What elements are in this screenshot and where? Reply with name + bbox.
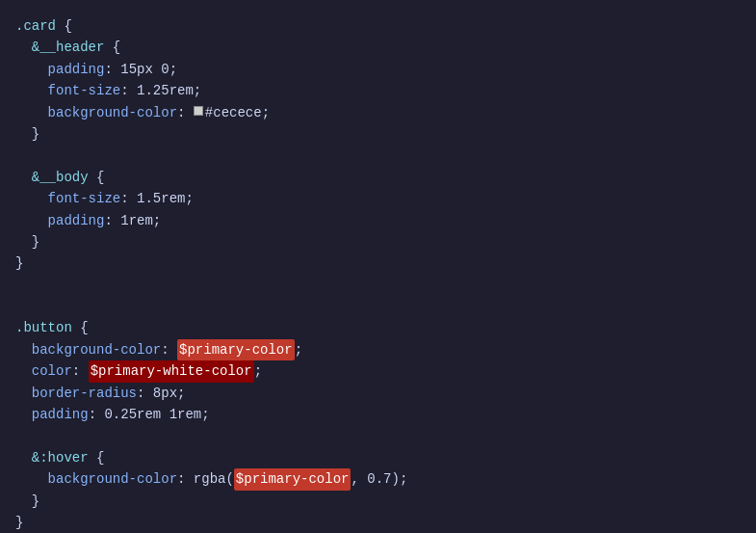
color-swatch-cecece: [194, 106, 203, 116]
code-line-24: }: [0, 512, 756, 533]
code-line-12: }: [0, 253, 756, 274]
code-line-3: padding: 15px 0;: [0, 59, 756, 80]
code-line-17: color: $primary-white-color;: [0, 360, 756, 382]
code-line-1: .card {: [0, 15, 756, 37]
code-editor: .card { &__header { padding: 15px 0; fon…: [0, 0, 756, 533]
code-line-14: [0, 296, 756, 317]
code-line-19: padding: 0.25rem 1rem;: [0, 404, 756, 425]
code-line-10: padding: 1rem;: [0, 210, 756, 231]
code-line-5: background-color: #cecece;: [0, 102, 756, 123]
code-line-9: font-size: 1.5rem;: [0, 188, 756, 209]
variable-primary-white-color: $primary-white-color: [89, 360, 254, 382]
code-line-7: [0, 145, 756, 166]
code-line-8: &__body {: [0, 167, 756, 188]
code-line-20: [0, 425, 756, 446]
code-line-13: [0, 275, 756, 296]
code-line-15: .button {: [0, 317, 756, 338]
selector-button: .button: [15, 317, 72, 338]
code-line-11: }: [0, 231, 756, 253]
code-line-22: background-color: rgba($primary-color, 0…: [0, 468, 756, 490]
code-line-2: &__header {: [0, 37, 756, 58]
code-line-23: }: [0, 491, 756, 512]
code-line-6: }: [0, 123, 756, 145]
code-line-21: &:hover {: [0, 447, 756, 468]
code-line-18: border-radius: 8px;: [0, 383, 756, 404]
code-line-16: background-color: $primary-color;: [0, 339, 756, 360]
selector-card: .card: [15, 15, 56, 37]
variable-primary-color-2: $primary-color: [234, 468, 352, 490]
code-line-4: font-size: 1.25rem;: [0, 80, 756, 101]
variable-primary-color-1: $primary-color: [177, 339, 295, 360]
